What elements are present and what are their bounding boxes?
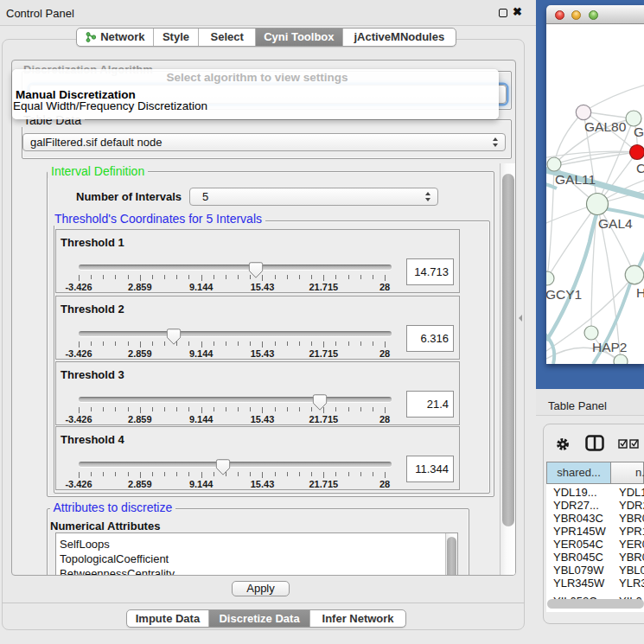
svg-text:GAL11: GAL11	[555, 172, 596, 187]
svg-text:HAP2: HAP2	[592, 340, 628, 354]
svg-text:GAL4: GAL4	[598, 216, 633, 231]
svg-text:G...: G...	[634, 124, 644, 139]
svg-text:GAL80: GAL80	[584, 119, 627, 134]
svg-text:H: H	[636, 285, 644, 300]
svg-text:GCY1: GCY1	[546, 287, 582, 302]
svg-text:C: C	[636, 161, 644, 175]
